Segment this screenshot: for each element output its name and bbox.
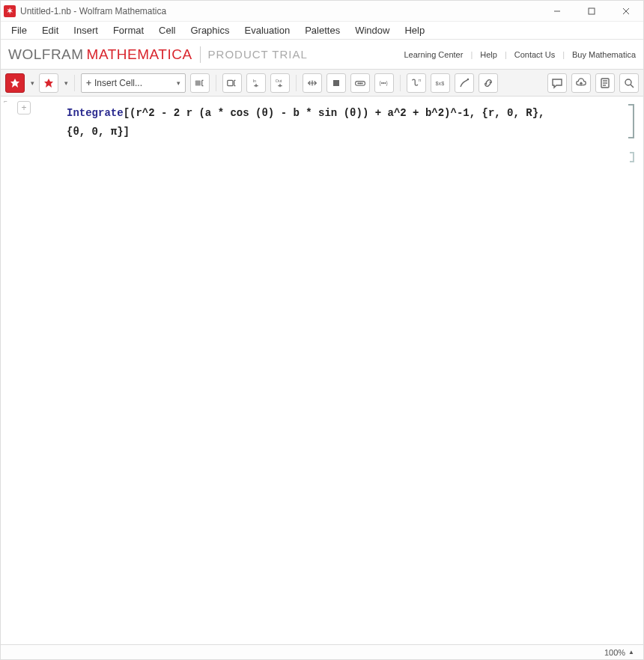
menu-insert[interactable]: Insert bbox=[67, 23, 104, 37]
hyperlink-button[interactable] bbox=[479, 73, 498, 93]
menu-evaluation[interactable]: Evaluation bbox=[238, 23, 296, 37]
insert-cell-dropdown[interactable]: +Insert Cell... ▾ bbox=[81, 73, 186, 93]
svg-text:$x$: $x$ bbox=[436, 80, 445, 87]
svg-text:Out: Out bbox=[276, 79, 282, 83]
cell-bracket[interactable] bbox=[628, 104, 634, 138]
minimize-button[interactable] bbox=[540, 1, 574, 22]
code-line-1: Integrate[(r^2 - 2 r (a * cos (θ) - b * … bbox=[67, 104, 621, 123]
chevron-down-icon[interactable]: ▾ bbox=[31, 79, 34, 87]
link-help[interactable]: Help bbox=[480, 50, 497, 59]
svg-point-14 bbox=[359, 82, 360, 83]
search-button[interactable] bbox=[619, 73, 639, 93]
zoom-level[interactable]: 100% bbox=[604, 648, 625, 657]
uniconize-button[interactable]: (•••) bbox=[374, 73, 394, 93]
extend-selection-button[interactable] bbox=[303, 73, 322, 93]
brand-mathematica: MATHEMATICA bbox=[87, 46, 192, 63]
svg-text:(•••): (•••) bbox=[379, 80, 387, 86]
code-body-1: [(r^2 - 2 r (a * cos (θ) - b * sin (θ)) … bbox=[124, 107, 545, 119]
evaluate-in-button[interactable]: In bbox=[246, 73, 266, 93]
input-mode-button[interactable] bbox=[190, 73, 210, 93]
svg-line-25 bbox=[631, 85, 634, 88]
code-line-2: {θ, 0, π}] bbox=[67, 123, 621, 141]
wolfram-alpha-button[interactable] bbox=[39, 73, 58, 93]
menu-format[interactable]: Format bbox=[107, 23, 150, 37]
menu-help[interactable]: Help bbox=[398, 23, 431, 37]
link-buy[interactable]: Buy Mathematica bbox=[572, 50, 636, 59]
svg-point-15 bbox=[362, 82, 362, 83]
menu-edit[interactable]: Edit bbox=[36, 23, 64, 37]
chevron-down-icon[interactable]: ▾ bbox=[64, 79, 68, 87]
abort-evaluation-button[interactable] bbox=[326, 73, 346, 93]
svg-point-13 bbox=[358, 82, 359, 83]
chat-button[interactable] bbox=[547, 73, 567, 93]
maximize-button[interactable] bbox=[574, 1, 609, 22]
menu-window[interactable]: Window bbox=[349, 23, 395, 37]
svg-rect-6 bbox=[195, 80, 201, 85]
documentation-button[interactable] bbox=[595, 73, 615, 93]
menu-palettes[interactable]: Palettes bbox=[299, 23, 346, 37]
menu-cell[interactable]: Cell bbox=[153, 23, 181, 37]
wolfram-language-button[interactable] bbox=[5, 73, 25, 93]
zoom-up-icon[interactable]: ▲ bbox=[628, 649, 634, 656]
svg-marker-5 bbox=[44, 79, 53, 88]
template-button[interactable]: $x$ bbox=[431, 73, 450, 93]
svg-point-24 bbox=[625, 79, 631, 85]
toolbar: ▾ ▾ +Insert Cell... ▾ In Out (•••) π $x$ bbox=[1, 70, 643, 97]
svg-rect-11 bbox=[333, 80, 339, 86]
add-cell-button[interactable]: + bbox=[17, 101, 31, 114]
evaluate-out-button[interactable]: Out bbox=[270, 73, 290, 93]
svg-rect-1 bbox=[589, 8, 595, 14]
brand-wolfram: WOLFRAM bbox=[8, 46, 84, 63]
menu-file[interactable]: File bbox=[5, 23, 33, 37]
svg-text:In: In bbox=[253, 79, 256, 83]
function-name: Integrate bbox=[67, 107, 124, 119]
text-cell-button[interactable] bbox=[222, 73, 242, 93]
product-trial-label: PRODUCT TRIAL bbox=[208, 48, 308, 61]
app-icon: ✶ bbox=[4, 5, 16, 17]
drawing-tools-button[interactable] bbox=[455, 73, 474, 93]
title-bar: ✶ Untitled-1.nb - Wolfram Mathematica bbox=[1, 1, 643, 22]
svg-marker-4 bbox=[10, 79, 19, 88]
window-title: Untitled-1.nb - Wolfram Mathematica bbox=[20, 6, 166, 16]
svg-text:π: π bbox=[419, 78, 422, 82]
menu-bar: File Edit Insert Format Cell Graphics Ev… bbox=[1, 22, 643, 40]
insert-cell-label: Insert Cell... bbox=[94, 78, 142, 88]
close-button[interactable] bbox=[609, 1, 643, 22]
cell-insertion-bracket[interactable] bbox=[630, 152, 634, 162]
brand-divider bbox=[200, 46, 201, 63]
input-cell[interactable]: Integrate[(r^2 - 2 r (a * cos (θ) - b * … bbox=[67, 104, 621, 141]
brand-bar: WOLFRAM MATHEMATICA PRODUCT TRIAL Learni… bbox=[1, 40, 643, 70]
link-contact[interactable]: Contact Us bbox=[514, 50, 555, 59]
svg-point-19 bbox=[467, 78, 469, 79]
svg-rect-7 bbox=[228, 80, 233, 85]
menu-graphics[interactable]: Graphics bbox=[184, 23, 235, 37]
iconize-button[interactable] bbox=[350, 73, 370, 93]
notebook-area[interactable]: ⌐ + Integrate[(r^2 - 2 r (a * cos (θ) - … bbox=[1, 97, 643, 646]
status-bar: 100% ▲ bbox=[1, 644, 643, 659]
brand-links: Learning Center | Help | Contact Us | Bu… bbox=[404, 50, 637, 59]
page-corner-icon: ⌐ bbox=[4, 98, 7, 105]
link-learning-center[interactable]: Learning Center bbox=[404, 50, 464, 59]
math-typesetting-button[interactable]: π bbox=[407, 73, 426, 93]
cloud-upload-button[interactable] bbox=[571, 73, 591, 93]
